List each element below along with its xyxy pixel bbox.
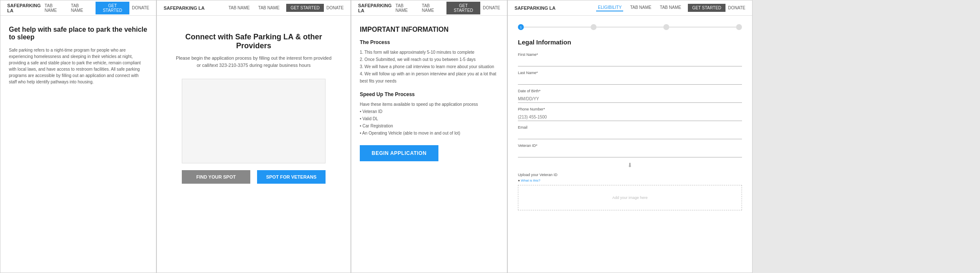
panel-2-buttons: FIND YOUR SPOT SPOT FOR VETERANS: [182, 170, 326, 184]
panel-2-content: Connect with Safe Parking LA & other Pro…: [157, 16, 350, 194]
progress-bar: 1: [518, 24, 742, 30]
first-name-field: First Name*: [518, 52, 742, 66]
speed-title: Speed Up The Process: [360, 91, 498, 97]
scroll-down-icon: ⬇: [518, 162, 742, 168]
email-label: Email: [518, 125, 742, 130]
speed-item-4: • An Operating Vehicle (able to move in …: [360, 130, 498, 137]
navbar-tabs-4: ELIGIBILITY TAB NAME TAB NAME: [596, 4, 683, 11]
tab-3-2[interactable]: TAB NAME: [420, 3, 441, 14]
first-name-label: First Name*: [518, 52, 742, 57]
brand-1: SAFEPARKING LA: [7, 3, 43, 13]
phone-label: Phone Number*: [518, 107, 742, 111]
speed-item-1: • Veteran ID: [360, 108, 498, 115]
email-input[interactable]: [518, 132, 742, 139]
veteran-id-input[interactable]: [518, 150, 742, 157]
navbar-tabs-3: TAB NAME TAB NAME: [394, 3, 441, 14]
panel-2-title: Connect with Safe Parking LA & other Pro…: [167, 33, 340, 50]
progress-step-4: [736, 24, 742, 30]
panel-3-content: IMPORTANT INFORMATION The Process 1. Thi…: [351, 16, 507, 171]
panel-1-content: Get help with safe place to park the veh…: [0, 16, 156, 95]
last-name-label: Last Name*: [518, 71, 742, 75]
get-started-button-3[interactable]: GET STARTED: [446, 2, 480, 14]
progress-line-2: [597, 27, 663, 28]
upload-label: Upload your Veteran ID: [518, 173, 742, 177]
process-item-1: 1. This form will take approximately 5-1…: [360, 49, 498, 56]
upload-box-text: Add your image here: [612, 196, 648, 200]
upload-section: Upload your Veteran ID ● What is this? A…: [518, 173, 742, 210]
dob-input[interactable]: [518, 95, 742, 103]
what-is-link[interactable]: What is this?: [521, 179, 540, 182]
last-name-field: Last Name*: [518, 71, 742, 85]
speed-intro: Have these items available to speed up t…: [360, 101, 498, 108]
get-started-button-4[interactable]: GET STARTED: [688, 4, 725, 12]
navbar-1: SAFEPARKING LA TAB NAME TAB NAME GET STA…: [0, 0, 156, 16]
brand-2: SAFEPARKING LA: [164, 6, 205, 11]
tab-4-1[interactable]: TAB NAME: [628, 4, 653, 11]
navbar-tabs-2: TAB NAME TAB NAME: [227, 5, 281, 11]
donate-button-2[interactable]: DONATE: [326, 6, 344, 10]
panel-1: SAFEPARKING LA TAB NAME TAB NAME GET STA…: [0, 0, 156, 273]
navbar-2: SAFEPARKING LA TAB NAME TAB NAME GET STA…: [157, 0, 350, 16]
process-item-3: 3. We will have a phone call interview t…: [360, 63, 498, 70]
get-started-button-1[interactable]: GET STARTED: [96, 2, 129, 14]
process-item-4: 4. We will follow up with an in person i…: [360, 70, 498, 85]
panel-1-body: Safe parking refers to a night-time prog…: [9, 47, 148, 85]
panel-2: SAFEPARKING LA TAB NAME TAB NAME GET STA…: [156, 0, 351, 273]
panel-3: SAFEPARKING LA TAB NAME TAB NAME GET STA…: [351, 0, 507, 273]
brand-3: SAFEPARKING LA: [358, 3, 394, 13]
progress-step-3: [663, 24, 669, 30]
dob-field: Date of Birth*: [518, 89, 742, 103]
progress-step-1: 1: [518, 24, 524, 30]
speed-list: Have these items available to speed up t…: [360, 101, 498, 137]
form-section-title: Legal Information: [518, 39, 742, 46]
phone-input[interactable]: [518, 113, 742, 121]
donate-button-4[interactable]: DONATE: [728, 6, 745, 10]
find-your-spot-button[interactable]: FIND YOUR SPOT: [182, 170, 250, 184]
dob-label: Date of Birth*: [518, 89, 742, 93]
process-item-2: 2. Once Submitted, we will reach out to …: [360, 56, 498, 63]
map-image: [182, 79, 326, 163]
panel-4-content: 1 Legal Information First Name* Last Nam…: [508, 16, 752, 219]
progress-step-2: [591, 24, 597, 30]
tab-1-2[interactable]: TAB NAME: [69, 3, 90, 14]
veteran-id-field: Veteran ID*: [518, 143, 742, 157]
tab-3-1[interactable]: TAB NAME: [394, 3, 415, 14]
donate-button-1[interactable]: DONATE: [132, 6, 149, 10]
progress-line-1: [524, 27, 591, 28]
process-list: 1. This form will take approximately 5-1…: [360, 49, 498, 85]
progress-line-3: [669, 27, 736, 28]
begin-application-button[interactable]: BEGIN APPLICATION: [360, 145, 438, 161]
tab-4-2[interactable]: TAB NAME: [658, 4, 683, 11]
important-info-title: IMPORTANT INFORMATION: [360, 26, 498, 33]
tab-2-2[interactable]: TAB NAME: [257, 5, 281, 11]
last-name-input[interactable]: [518, 77, 742, 85]
tab-2-1[interactable]: TAB NAME: [227, 5, 251, 11]
navbar-4: SAFEPARKING LA ELIGIBILITY TAB NAME TAB …: [508, 0, 752, 16]
veteran-id-label: Veteran ID*: [518, 143, 742, 148]
speed-item-3: • Car Registration: [360, 122, 498, 130]
navbar-3: SAFEPARKING LA TAB NAME TAB NAME GET STA…: [351, 0, 507, 16]
tab-1-1[interactable]: TAB NAME: [43, 3, 64, 14]
navbar-tabs-1: TAB NAME TAB NAME: [43, 3, 90, 14]
email-field: Email: [518, 125, 742, 139]
upload-box[interactable]: Add your image here: [518, 185, 742, 210]
upload-hint: ● What is this?: [518, 179, 742, 182]
circle-icon: ●: [518, 179, 520, 182]
speed-item-2: • Valid DL: [360, 115, 498, 122]
brand-4: SAFEPARKING LA: [515, 6, 556, 11]
donate-button-3[interactable]: DONATE: [483, 6, 500, 10]
process-title: The Process: [360, 39, 498, 45]
tab-eligibility[interactable]: ELIGIBILITY: [596, 4, 623, 11]
panel-4: SAFEPARKING LA ELIGIBILITY TAB NAME TAB …: [507, 0, 753, 273]
get-started-button-2[interactable]: GET STARTED: [286, 4, 324, 12]
panel-2-subtitle: Please begin the application process by …: [176, 55, 331, 69]
spot-for-veterans-button[interactable]: SPOT FOR VETERANS: [257, 170, 326, 184]
first-name-input[interactable]: [518, 59, 742, 66]
panel-1-heading: Get help with safe place to park the veh…: [9, 26, 148, 41]
phone-field: Phone Number*: [518, 107, 742, 121]
